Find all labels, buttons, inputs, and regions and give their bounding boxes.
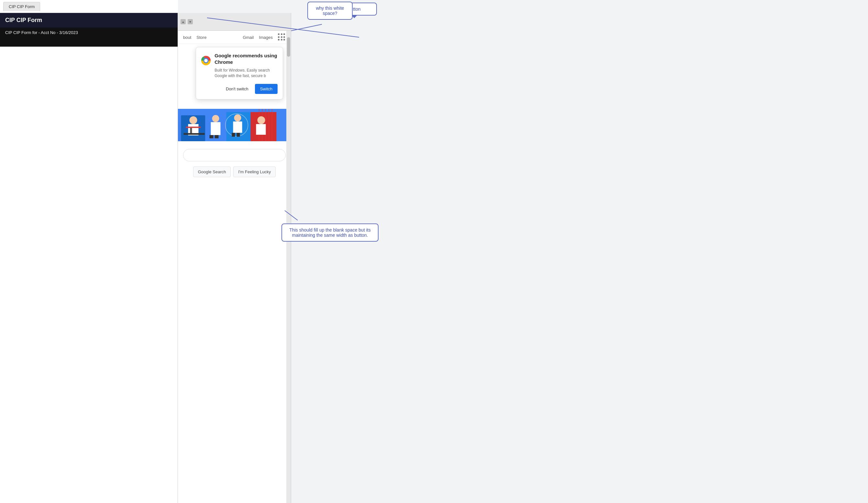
svg-rect-12 bbox=[211, 122, 221, 135]
browser-scrollbar[interactable] bbox=[286, 31, 291, 503]
doodle-svg bbox=[178, 109, 291, 141]
svg-rect-9 bbox=[184, 133, 205, 135]
svg-rect-28 bbox=[256, 124, 266, 135]
annotation-bubble-bottom: This should fill up the blank space but … bbox=[281, 223, 379, 242]
scroll-down-btn[interactable]: ▼ bbox=[188, 19, 193, 24]
nav-about[interactable]: bout bbox=[183, 35, 191, 40]
search-buttons: Google Search I'm Feeling Lucky bbox=[193, 167, 276, 177]
svg-point-17 bbox=[234, 114, 241, 121]
chrome-popup-title: Google recommends using Chrome bbox=[215, 52, 278, 65]
svg-rect-18 bbox=[233, 121, 242, 133]
left-panel: CIP CIP Form CIP CIP Form for - Acct No … bbox=[0, 13, 178, 503]
browser-toolbar: ▲ ▼ bbox=[178, 13, 291, 31]
chrome-popup-content: Google recommends using Chrome Built for… bbox=[215, 52, 278, 79]
switch-button[interactable]: Switch bbox=[255, 84, 278, 94]
svg-point-5 bbox=[189, 116, 197, 124]
chrome-popup-text: Built for Windows. Easily search Google … bbox=[215, 68, 278, 79]
nav-images[interactable]: Images bbox=[259, 35, 273, 40]
scroll-up-btn[interactable]: ▲ bbox=[180, 19, 186, 24]
google-search-button[interactable]: Google Search bbox=[193, 167, 231, 177]
svg-point-27 bbox=[258, 116, 265, 124]
chrome-popup-actions: Don't switch Switch bbox=[201, 84, 278, 94]
dont-switch-button[interactable]: Don't switch bbox=[222, 84, 252, 93]
svg-point-2 bbox=[204, 59, 208, 62]
google-search-area: 🔍 Google Search I'm Feeling Lucky bbox=[178, 141, 291, 182]
google-doodle bbox=[178, 109, 291, 141]
svg-rect-7 bbox=[186, 127, 201, 128]
scrollbar-thumb[interactable] bbox=[287, 37, 290, 57]
redacted-text: ████████████████████████████████████ bbox=[5, 38, 144, 43]
svg-rect-13 bbox=[210, 135, 214, 138]
subheader-text: CIP CIP Form for - Acct No - 3/16/2023 bbox=[5, 30, 78, 35]
svg-point-11 bbox=[212, 115, 219, 122]
app-tab[interactable]: CIP CIP Form bbox=[3, 2, 40, 11]
svg-rect-19 bbox=[232, 133, 235, 137]
svg-rect-14 bbox=[215, 135, 219, 138]
google-nav: bout Store Gmail Images bbox=[178, 31, 291, 44]
app-bar: CIP CIP Form bbox=[0, 0, 178, 13]
chrome-popup: Google recommends using Chrome Built for… bbox=[196, 47, 283, 99]
svg-rect-25 bbox=[269, 109, 269, 141]
chrome-popup-body: Google recommends using Chrome Built for… bbox=[201, 52, 278, 79]
nav-store[interactable]: Store bbox=[196, 35, 206, 40]
svg-rect-20 bbox=[237, 133, 240, 137]
nav-gmail[interactable]: Gmail bbox=[242, 35, 254, 40]
google-search-input[interactable] bbox=[183, 149, 286, 161]
browser-panel: ▲ ▼ bout Store Gmail Images bbox=[178, 13, 291, 503]
chrome-logo-icon bbox=[201, 52, 210, 69]
annotation-bubble-right: why this white space? bbox=[307, 2, 353, 20]
panel-subheader: CIP CIP Form for - Acct No - 3/16/2023 █… bbox=[0, 28, 178, 47]
feeling-lucky-button[interactable]: I'm Feeling Lucky bbox=[233, 167, 276, 177]
browser-content: bout Store Gmail Images bbox=[178, 31, 291, 503]
panel-content bbox=[0, 47, 178, 503]
search-container: 🔍 bbox=[183, 149, 286, 161]
annotation-right-text: why this white space? bbox=[316, 6, 344, 16]
apps-menu-icon[interactable] bbox=[278, 33, 286, 41]
annotation-bottom-text: This should fill up the blank space but … bbox=[289, 228, 370, 238]
svg-rect-26 bbox=[272, 109, 273, 141]
right-panel bbox=[291, 0, 868, 503]
panel-header: CIP CIP Form bbox=[0, 13, 178, 28]
